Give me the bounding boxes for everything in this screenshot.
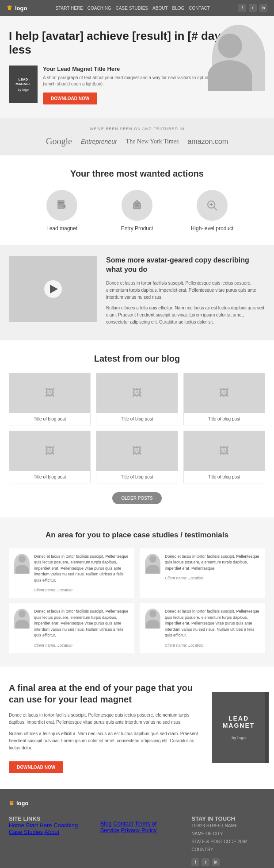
footer-twitter-icon[interactable]: t [202,858,209,866]
final-cta-book: LEAD MAGNET by logo [212,692,265,763]
video-section: Some more avatar-geared copy describing … [0,245,274,340]
footer-social: f t in [191,858,265,866]
high-level-icon [197,190,228,221]
facebook-icon[interactable]: f [238,4,246,12]
hero-section: I help [avatar] achieve [result] in [# d… [0,16,274,118]
blog-card-4[interactable]: 🖼 Title of blog post [96,431,178,483]
final-download-button[interactable]: DOWNLOAD NOW [9,761,63,773]
blog-img-3: 🖼 [9,431,90,471]
older-posts-button[interactable]: OLDER POSTS [112,492,161,504]
footer-site-links-col: SITE LINKS Home Start Here Coaching Case… [9,815,83,866]
testimonial-text-0: Donec et lacus in tortor facilisis susci… [34,554,129,593]
blog-card-3[interactable]: 🖼 Title of blog post [9,431,91,483]
footer-link-about[interactable]: About [44,829,59,835]
twitter-icon[interactable]: t [249,4,257,12]
testimonial-client-1: Client name: Location [165,576,203,580]
final-cta-para2: Nullam ultrices a felis quis efficitur. … [9,730,203,752]
image-icon: 🖼 [219,445,229,457]
image-icon: 🖼 [132,445,142,457]
svg-rect-1 [58,202,64,203]
nav-contact[interactable]: CONTACT [189,6,210,11]
play-icon [50,285,58,293]
blog-title-4: Title of blog post [96,471,177,483]
nav-coaching[interactable]: COACHING [88,6,111,11]
testimonial-text-3: Donec et lacus in tortor facilisis susci… [165,609,260,648]
footer-link-blog[interactable]: Blog [100,820,112,827]
testimonial-avatar-2 [14,609,30,629]
testimonial-avatar-0 [14,554,30,574]
download-button[interactable]: DOWNLOAD NOW [43,93,97,104]
testimonial-text-1: Donec et lacus in tortor facilisis susci… [165,554,260,581]
nav-case-studies[interactable]: CASE STUDIES [116,6,148,11]
svg-marker-5 [133,200,141,204]
lead-magnet-book: LEAD MAGNET by logo [9,66,38,103]
older-posts-area: OLDER POSTS [9,492,265,504]
navbar: ♛ logo START HERE COACHING CASE STUDIES … [0,0,274,16]
footer-link-home[interactable]: Home [9,822,24,829]
video-para1: Donec et lacus in tortor facilisis susci… [106,280,265,301]
nav-logo[interactable]: ♛ logo [7,4,27,12]
site-links-heading: SITE LINKS [9,815,83,822]
blog-card-2[interactable]: 🖼 Title of blog post [183,373,265,425]
testimonial-client-3: Client name: Location [165,643,203,648]
final-book-cover: LEAD MAGNET by logo [212,692,265,763]
nav-about[interactable]: ABOUT [152,6,167,11]
footer-link-start-here[interactable]: Start Here [26,822,52,829]
blog-title-2: Title of blog post [184,413,265,425]
blog-card-1[interactable]: 🖼 Title of blog post [96,373,178,425]
image-icon: 🖼 [45,445,55,457]
action-label-0: Lead magnet [46,225,77,231]
nyt-logo: The New York Times [126,138,179,145]
testimonials-grid: Donec et lacus in tortor facilisis susci… [9,548,265,653]
footer-link-coaching[interactable]: Coaching [53,822,78,829]
testimonial-avatar-1 [145,554,160,574]
testimonial-client-2: Client name: Location [34,643,72,648]
testimonial-0: Donec et lacus in tortor facilisis susci… [9,548,134,598]
blog-img-5: 🖼 [184,431,265,471]
blog-title-5: Title of blog post [184,471,265,483]
testimonial-text-2: Donec et lacus in tortor facilisis susci… [34,609,129,648]
google-logo: Google [46,136,72,147]
crown-icon: ♛ [7,4,12,12]
footer-linkedin-icon[interactable]: in [212,858,220,866]
footer-facebook-icon[interactable]: f [191,858,199,866]
lead-magnet-icon [46,190,77,221]
nav-blog[interactable]: BLOG [172,6,185,11]
blog-img-0: 🖼 [9,373,90,413]
final-cta-heading: A final area at the end of your page tha… [9,682,203,705]
three-actions-heading: Your three most wanted actions [9,169,265,179]
blog-heading: Latest from our blog [9,354,265,364]
footer-link-contact[interactable]: Contact [113,820,133,827]
play-button[interactable] [44,280,62,298]
blog-img-1: 🖼 [96,373,177,413]
actions-grid: Lead magnet Entry Product High-level pro… [9,190,265,231]
video-placeholder[interactable] [9,256,97,322]
testimonials-heading: An area for you to place case studies / … [9,531,265,540]
video-text: Some more avatar-geared copy describing … [106,256,265,329]
blog-title-3: Title of blog post [9,471,90,483]
action-label-2: High-level product [191,225,234,231]
footer: ♛ logo SITE LINKS Home Start Here Coachi… [0,789,274,868]
testimonial-1: Donec et lacus in tortor facilisis susci… [140,548,265,598]
action-label-1: Entry Product [121,225,153,231]
blog-img-4: 🖼 [96,431,177,471]
footer-logo: ♛ logo [9,800,28,806]
amazon-logo: amazon.com [187,138,228,146]
blog-card-0[interactable]: 🖼 Title of blog post [9,373,91,425]
action-lead-magnet: Lead magnet [31,190,93,231]
nav-start-here[interactable]: START HERE [56,6,83,11]
image-icon: 🖼 [219,387,229,399]
featured-section: WE'VE BEEN SEEN ON AND FEATURED IN Googl… [0,118,274,155]
footer-link-privacy[interactable]: Privacy Policy [121,827,157,833]
testimonial-client-0: Client name: Location [34,588,72,592]
avatar-silhouette [212,25,265,91]
svg-rect-2 [58,204,63,204]
footer-contact-col: STAY IN TOUCH 100/23 STREET NAME NAME OF… [191,815,265,866]
action-high-level: High-level product [181,190,243,231]
blog-card-5[interactable]: 🖼 Title of blog post [183,431,265,483]
image-icon: 🖼 [45,387,55,399]
crown-icon-footer: ♛ [9,800,14,806]
testimonial-3: Donec et lacus in tortor facilisis susci… [140,603,265,653]
footer-link-case-studies[interactable]: Case Studies [9,829,43,835]
linkedin-icon[interactable]: in [259,4,267,12]
